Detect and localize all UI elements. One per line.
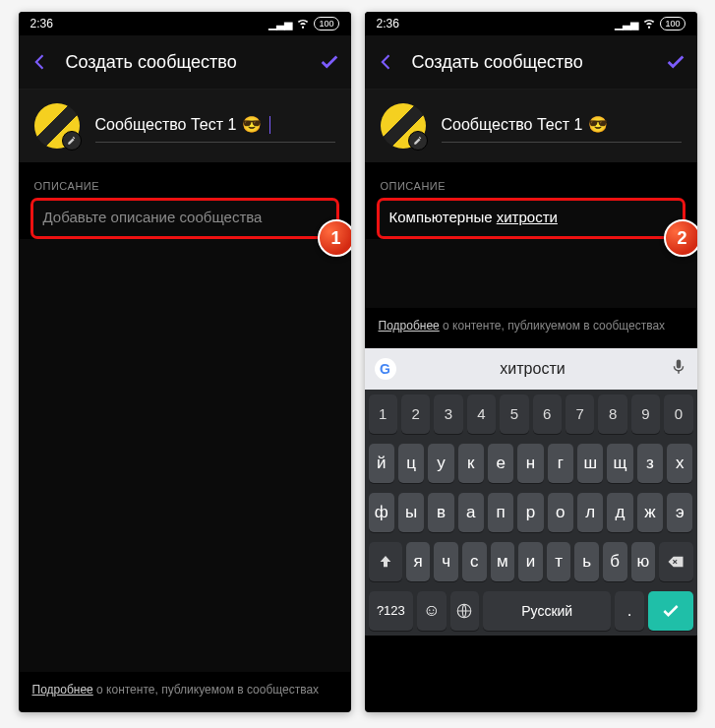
keyboard-row-3: ячсмитьбю [365, 537, 697, 586]
key-ы[interactable]: ы [398, 493, 424, 532]
key-х[interactable]: х [667, 444, 692, 483]
community-name-row: Сообщество Тест 1 😎 [365, 90, 697, 162]
key-7[interactable]: 7 [566, 394, 594, 434]
key-ю[interactable]: ю [631, 542, 656, 581]
key-space[interactable]: Русский [483, 591, 612, 631]
key-9[interactable]: 9 [631, 394, 660, 434]
wifi-icon [642, 16, 656, 31]
description-label: ОПИСАНИЕ [365, 162, 697, 198]
key-ь[interactable]: ь [574, 542, 599, 581]
app-bar: Создать сообщество [365, 35, 697, 90]
key-8[interactable]: 8 [598, 394, 626, 434]
edit-avatar-icon[interactable] [62, 131, 82, 151]
suggestion-text[interactable]: хитрости [406, 360, 660, 378]
signal-icon: ▁▃▅ [615, 18, 638, 30]
key-р[interactable]: р [517, 493, 543, 532]
key-к[interactable]: к [458, 444, 484, 483]
key-language[interactable] [450, 591, 479, 631]
step-badge-2: 2 [664, 219, 697, 257]
back-button[interactable] [29, 50, 52, 74]
footer-link[interactable]: Подробнее [379, 319, 440, 333]
key-2[interactable]: 2 [401, 394, 430, 434]
key-с[interactable]: с [462, 542, 487, 581]
key-symbols[interactable]: ?123 [369, 591, 414, 631]
key-5[interactable]: 5 [500, 394, 528, 434]
status-bar: 2:36 ▁▃▅ 100 [365, 12, 697, 35]
key-emoji[interactable]: ☺ [417, 591, 446, 631]
key-0[interactable]: 0 [664, 394, 692, 434]
confirm-button[interactable] [318, 50, 341, 74]
key-у[interactable]: у [428, 444, 453, 483]
key-а[interactable]: а [458, 493, 484, 532]
keyboard-row-1: йцукенгшщзх [365, 439, 697, 488]
description-value-part2: хитрости [497, 209, 558, 225]
footer-link[interactable]: Подробнее [32, 683, 93, 697]
key-и[interactable]: и [518, 542, 543, 581]
footer-note[interactable]: Подробнее о контенте, публикуемом в сооб… [19, 672, 351, 712]
description-input[interactable]: Добавьте описание сообщества [30, 198, 339, 239]
back-button[interactable] [375, 50, 398, 74]
description-placeholder: Добавьте описание сообщества [43, 209, 263, 225]
footer-note[interactable]: Подробнее о контенте, публикуемом в сооб… [365, 308, 697, 348]
step-badge-1: 1 [318, 219, 351, 257]
phone-screenshot-right: 2:36 ▁▃▅ 100 Создать сообщество Сообщест… [365, 12, 697, 712]
on-screen-keyboard: G хитрости 1234567890 йцукенгшщзх фывапр… [365, 348, 697, 636]
key-ш[interactable]: ш [577, 444, 603, 483]
key-й[interactable]: й [369, 444, 394, 483]
mic-icon[interactable] [670, 358, 687, 380]
google-icon[interactable]: G [375, 358, 396, 380]
text-cursor [269, 116, 270, 134]
key-я[interactable]: я [406, 542, 431, 581]
key-м[interactable]: м [491, 542, 515, 581]
key-3[interactable]: 3 [434, 394, 462, 434]
battery-indicator: 100 [660, 17, 685, 30]
key-г[interactable]: г [548, 444, 573, 483]
key-д[interactable]: д [607, 493, 632, 532]
key-л[interactable]: л [577, 493, 603, 532]
key-в[interactable]: в [428, 493, 453, 532]
status-time: 2:36 [30, 17, 53, 30]
key-ж[interactable]: ж [637, 493, 663, 532]
key-4[interactable]: 4 [467, 394, 496, 434]
key-о[interactable]: о [548, 493, 573, 532]
confirm-button[interactable] [664, 50, 687, 74]
description-field-wrap: Добавьте описание сообщества 1 [19, 198, 351, 239]
key-6[interactable]: 6 [533, 394, 562, 434]
suggestion-bar: G хитрости [365, 348, 697, 390]
emoji-icon: 😎 [588, 115, 608, 134]
community-name-input[interactable]: Сообщество Тест 1 😎 [95, 109, 335, 143]
key-enter[interactable] [648, 591, 693, 631]
key-shift[interactable] [369, 542, 402, 581]
key-ч[interactable]: ч [434, 542, 458, 581]
key-dot[interactable]: . [615, 591, 643, 631]
edit-avatar-icon[interactable] [408, 131, 428, 151]
key-ц[interactable]: ц [398, 444, 424, 483]
key-б[interactable]: б [603, 542, 627, 581]
appbar-title: Создать сообщество [66, 52, 304, 73]
key-т[interactable]: т [547, 542, 571, 581]
description-field-wrap: Компьютерные хитрости 2 [365, 198, 697, 239]
battery-indicator: 100 [314, 17, 338, 30]
description-input[interactable]: Компьютерные хитрости [377, 198, 685, 239]
description-label: ОПИСАНИЕ [19, 162, 351, 198]
key-backspace[interactable] [659, 542, 692, 581]
status-bar: 2:36 ▁▃▅ 100 [19, 12, 351, 35]
key-е[interactable]: е [488, 444, 513, 483]
community-name-input[interactable]: Сообщество Тест 1 😎 [442, 109, 682, 143]
empty-content-area [19, 239, 351, 672]
community-name-row: Сообщество Тест 1 😎 [19, 90, 351, 162]
footer-text: о контенте, публикуемом в сообществах [93, 683, 319, 697]
key-1[interactable]: 1 [369, 394, 397, 434]
status-time: 2:36 [377, 17, 399, 30]
key-п[interactable]: п [488, 493, 513, 532]
key-э[interactable]: э [667, 493, 692, 532]
key-з[interactable]: з [637, 444, 663, 483]
community-avatar[interactable] [34, 103, 80, 149]
key-ф[interactable]: ф [369, 493, 394, 532]
key-щ[interactable]: щ [607, 444, 632, 483]
key-н[interactable]: н [517, 444, 543, 483]
community-name-text: Сообщество Тест 1 [442, 116, 583, 134]
phone-screenshot-left: 2:36 ▁▃▅ 100 Создать сообщество Сообщест… [19, 12, 351, 712]
community-avatar[interactable] [381, 103, 426, 149]
emoji-icon: 😎 [242, 115, 262, 134]
